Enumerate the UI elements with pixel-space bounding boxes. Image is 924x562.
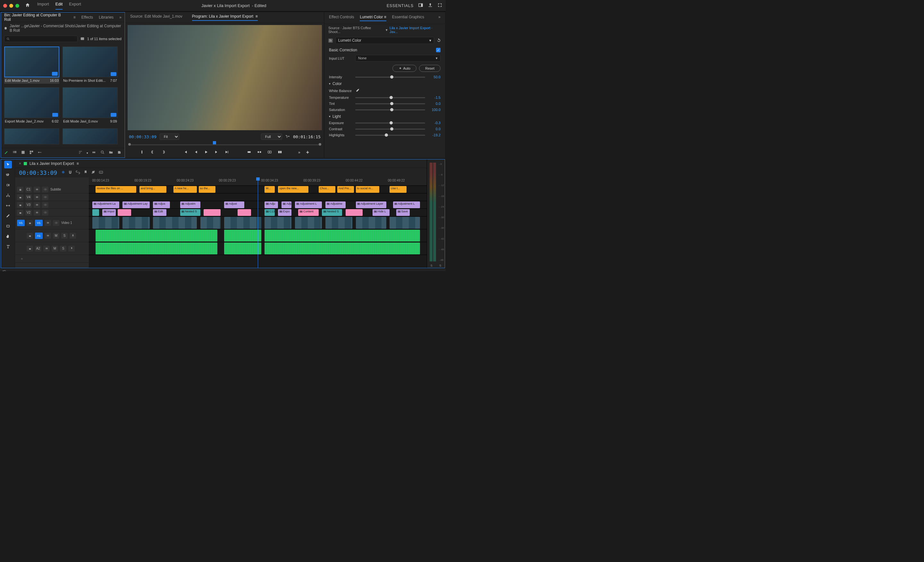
comparison-view-icon[interactable]	[278, 150, 282, 155]
media-thumbnail[interactable]	[63, 128, 118, 145]
video-clip[interactable]	[224, 217, 261, 229]
subtitle-clip[interactable]: so the...	[199, 186, 216, 193]
selection-tool[interactable]	[4, 161, 12, 168]
eyedropper-icon[interactable]	[355, 88, 360, 93]
adjustment-clip[interactable]: fxAdjust	[224, 201, 244, 208]
settings-icon[interactable]	[91, 170, 96, 176]
panel-menu-icon[interactable]: ≡	[76, 161, 79, 166]
captions-icon[interactable]: cc	[99, 170, 103, 176]
tab-effects[interactable]: Effects	[81, 15, 93, 20]
subtitle-clip[interactable]: and bring...	[140, 186, 166, 193]
exposure-slider[interactable]	[355, 123, 425, 123]
solo-right[interactable]: S	[439, 264, 441, 267]
adjustment-clip[interactable]: fxAdjustment L	[295, 201, 322, 208]
subtitle-clip[interactable]: to social m...	[356, 186, 380, 193]
video-clip[interactable]	[204, 209, 220, 216]
button-editor-icon[interactable]: +	[306, 149, 309, 155]
video-clip[interactable]	[200, 217, 220, 229]
intensity-slider[interactable]	[355, 77, 425, 78]
saturation-slider[interactable]	[355, 110, 425, 110]
adjustment-clip[interactable]: fxAdju	[264, 201, 278, 208]
export-frame-icon[interactable]	[267, 150, 272, 155]
video-clip[interactable]	[356, 217, 386, 229]
tab-menu-icon[interactable]: ≡	[74, 15, 76, 20]
sync-lock-icon[interactable]	[34, 187, 40, 192]
magnet-icon[interactable]	[68, 170, 72, 176]
basic-correction-label[interactable]: Basic Correction	[329, 48, 357, 52]
video-clip[interactable]: fxContent	[298, 209, 318, 216]
hand-tool[interactable]	[4, 233, 12, 240]
breadcrumb[interactable]: Javier ...ge\Javier - Commercial Shots\J…	[1, 22, 125, 34]
step-forward-icon[interactable]	[214, 150, 219, 155]
tab-effect-controls[interactable]: Effect Controls	[329, 15, 354, 21]
zoom-slider-icon[interactable]	[38, 150, 42, 156]
playhead-handle-icon[interactable]	[213, 141, 216, 144]
media-thumbnail[interactable]: Export Mode Javi_2.mov6:02	[4, 87, 59, 125]
basic-correction-checkbox[interactable]: ✓	[436, 48, 441, 52]
workspace-label[interactable]: ESSENTIALS	[387, 3, 414, 8]
new-item-icon[interactable]	[117, 150, 122, 156]
auto-button[interactable]: Auto	[392, 65, 417, 72]
a1-source-patch[interactable]: A1	[35, 233, 43, 239]
video-clip[interactable]: fxNested S	[322, 209, 342, 216]
go-to-out-icon[interactable]	[224, 150, 229, 155]
audio-clip[interactable]	[224, 242, 261, 254]
track-select-tool[interactable]	[4, 171, 12, 179]
video-clip[interactable]: fxSave	[396, 209, 410, 216]
subtitle-clip[interactable]: And Pre...	[337, 186, 354, 193]
type-tool[interactable]	[4, 243, 12, 251]
folder-icon[interactable]	[109, 150, 113, 156]
highlights-slider[interactable]	[355, 135, 425, 136]
subtitle-clip[interactable]: review the files on ...	[96, 186, 136, 193]
menu-export[interactable]: Export	[69, 2, 81, 10]
ripple-edit-tool[interactable]	[4, 181, 12, 189]
current-timecode[interactable]: 00:00:33:09	[129, 134, 156, 139]
subtitle-clip[interactable]: Use t...	[390, 186, 406, 193]
program-monitor-tab[interactable]: Program: Lila x Javier Import Export ≡	[192, 14, 258, 21]
marker-icon[interactable]	[83, 170, 88, 176]
mark-in-icon[interactable]	[140, 150, 145, 155]
video-clip[interactable]: fxImpor	[102, 209, 116, 216]
snap-icon[interactable]: ❄	[62, 170, 65, 176]
scale-select[interactable]: Full	[261, 134, 282, 140]
timeline-tracks[interactable]: 00:00:14:2300:00:19:2300:00:24:2300:00:2…	[89, 177, 427, 268]
new-bin-icon[interactable]	[80, 36, 85, 42]
settings-wrench-icon[interactable]	[285, 134, 290, 140]
search-footer-icon[interactable]	[100, 150, 105, 156]
monitor-scrubber[interactable]	[126, 141, 324, 147]
pencil-icon[interactable]	[4, 150, 9, 156]
minimize-window-icon[interactable]	[9, 4, 13, 8]
zoom-handle-icon[interactable]: ○	[21, 257, 23, 260]
tint-slider[interactable]	[355, 103, 425, 104]
temperature-slider[interactable]	[355, 97, 425, 98]
eye-icon[interactable]	[42, 187, 48, 192]
tab-lumetri-color[interactable]: Lumetri Color ≡	[360, 15, 386, 21]
expand-icon[interactable]: »	[119, 15, 122, 20]
video-clip[interactable]	[92, 217, 119, 229]
pen-tool[interactable]	[4, 212, 12, 220]
playhead[interactable]	[258, 177, 258, 268]
freeform-view-icon[interactable]	[29, 150, 34, 156]
lift-icon[interactable]	[247, 150, 251, 155]
program-viewport[interactable]	[128, 25, 322, 130]
video-clip[interactable]	[92, 209, 99, 216]
go-to-in-icon[interactable]	[183, 150, 188, 155]
adjustment-clip[interactable]: fxAdjustment Layer	[356, 201, 386, 208]
solo-icon[interactable]: S	[61, 233, 68, 239]
expand-icon[interactable]: »	[438, 15, 441, 21]
audio-clip[interactable]	[264, 230, 420, 242]
track-target[interactable]: C1	[26, 187, 32, 192]
home-icon[interactable]	[25, 3, 30, 9]
contrast-slider[interactable]	[355, 129, 425, 129]
video-clip[interactable]	[390, 217, 420, 229]
play-icon[interactable]	[204, 150, 208, 155]
video-clip[interactable]	[238, 209, 251, 216]
step-back-icon[interactable]	[194, 150, 198, 155]
video-clip[interactable]: fxHide L	[372, 209, 390, 216]
thumbnails-icon[interactable]	[92, 150, 96, 156]
adjustment-clip[interactable]: fxAdjustment L	[393, 201, 420, 208]
effect-select[interactable]: Lumetri Color▾	[335, 37, 434, 44]
media-thumbnail[interactable]: Edit Mode Javi_0.mov9:09	[63, 87, 118, 125]
menu-import[interactable]: Import	[37, 2, 49, 10]
video-clip[interactable]	[295, 217, 322, 229]
